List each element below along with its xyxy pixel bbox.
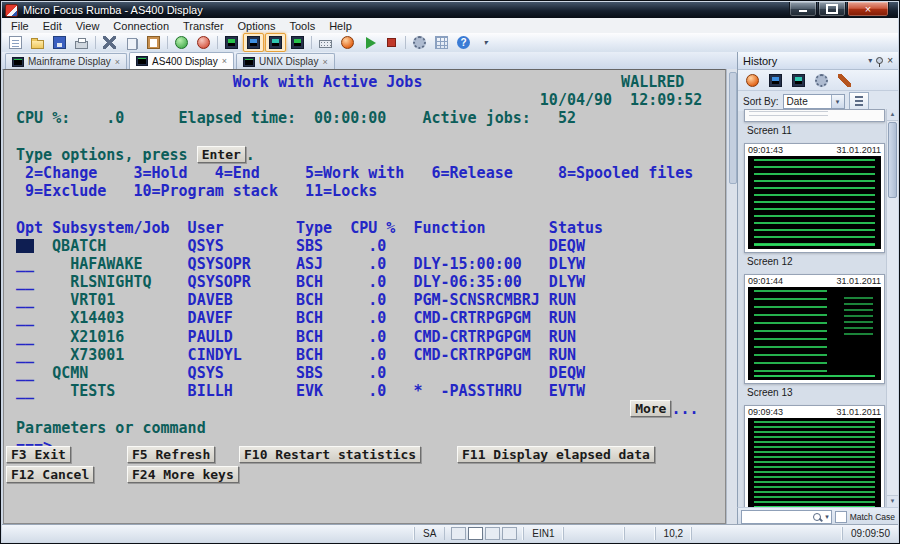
tab-unix-display[interactable]: UNIX Display × [236, 53, 335, 69]
copy-icon [130, 39, 138, 49]
parameters-line: Parameters or command [7, 419, 725, 437]
new-session-button[interactable] [5, 33, 26, 52]
f24-more-keys-hotspot[interactable]: F24 More keys [127, 466, 239, 483]
scrollbar-thumb[interactable] [729, 72, 737, 184]
job-row: __ X73001 CINDYL BCH .0 CMD-CRTRPGPGM RU… [7, 346, 725, 364]
tab-close-icon[interactable]: × [115, 57, 120, 67]
tab-close-icon[interactable]: × [322, 57, 327, 67]
tab-as400-display[interactable]: AS400 Display × [129, 52, 234, 69]
panel-menu-icon[interactable]: ▾ [868, 56, 872, 66]
menu-edit[interactable]: Edit [36, 19, 69, 33]
more-tools-button[interactable] [475, 33, 496, 52]
paste-button[interactable] [143, 33, 164, 52]
menu-transfer[interactable]: Transfer [176, 19, 231, 33]
f10-restart-hotspot[interactable]: F10 Restart statistics [239, 446, 421, 463]
tab-close-icon[interactable]: × [222, 56, 227, 66]
unix-display-button[interactable] [265, 33, 286, 52]
open-session-button[interactable] [27, 33, 48, 52]
panel-close-icon[interactable]: × [887, 56, 893, 66]
pin-icon[interactable] [876, 57, 883, 64]
help-button[interactable] [453, 33, 474, 52]
type-options-line: Type options, press Enter. [7, 146, 725, 164]
capture-button[interactable] [743, 71, 762, 89]
scroll-down-icon[interactable]: ▼ [887, 495, 898, 507]
more-hotspot[interactable]: More [630, 400, 671, 417]
history-scrollbar[interactable]: ▲ ▼ [886, 109, 898, 507]
grid-icon [435, 36, 448, 49]
connect-icon [175, 36, 188, 49]
enter-hotspot[interactable]: Enter [197, 146, 246, 163]
search-box[interactable]: ▾ [741, 510, 832, 524]
annotate-button[interactable] [835, 71, 854, 89]
screen-thumbnail [748, 287, 881, 380]
minimize-button[interactable] [789, 2, 817, 17]
screen-thumbnail [745, 110, 884, 120]
date-time-line: 10/04/90 12:09:52 [7, 91, 725, 109]
macro-stop-button[interactable] [381, 33, 402, 52]
minimize-icon [799, 10, 807, 12]
history-thumbnail[interactable] [744, 109, 885, 122]
save-session-button[interactable] [49, 33, 70, 52]
job-row: __ X21016 PAULD BCH .0 CMD-CRTRPGPGM RUN [7, 328, 725, 346]
cursor-position: 10,2 [655, 527, 691, 540]
job-row: __ TESTS BILLH EVK .0 * -PASSTHRU EVTW [7, 382, 725, 400]
as400-display-button[interactable] [243, 33, 264, 52]
search-input[interactable] [744, 512, 813, 522]
f5-refresh-hotspot[interactable]: F5 Refresh [127, 446, 215, 463]
tab-mainframe-display[interactable]: Mainframe Display × [5, 53, 127, 69]
options-line-2: 9=Exclude 10=Program stack 11=Locks [7, 182, 725, 200]
terminal-screen[interactable]: Work with Active Jobs WALLRED 10/04/90 1… [4, 70, 725, 523]
app-window: Micro Focus Rumba - AS400 Display × File… [0, 0, 900, 544]
copy-button[interactable] [121, 33, 142, 52]
match-case-checkbox[interactable] [835, 511, 847, 523]
history-settings-button[interactable] [812, 71, 831, 89]
scroll-up-icon[interactable]: ▲ [887, 109, 898, 121]
menu-options[interactable]: Options [231, 19, 283, 33]
macro-record-button[interactable] [337, 33, 358, 52]
macro-play-button[interactable] [359, 33, 380, 52]
sort-direction-button[interactable] [849, 92, 869, 110]
f3-exit-hotspot[interactable]: F3 Exit [6, 446, 71, 463]
titlebar: Micro Focus Rumba - AS400 Display × [2, 2, 898, 18]
connect-button[interactable] [171, 33, 192, 52]
settings-button[interactable] [409, 33, 430, 52]
history-thumbnail[interactable]: 09:01:4331.01.2011 [744, 143, 885, 253]
screen-caption: Screen 13 [744, 384, 885, 405]
close-button[interactable]: × [847, 2, 889, 17]
session-tabbar: Mainframe Display × AS400 Display × UNIX… [2, 52, 739, 70]
compare-button[interactable] [789, 71, 808, 89]
maximize-button[interactable] [818, 2, 846, 17]
f11-elapsed-hotspot[interactable]: F11 Display elapsed data [457, 446, 655, 463]
chevron-down-icon [479, 36, 492, 49]
date-time: 10/04/90 12:09:52 [7, 91, 702, 109]
options-line-1: 2=Change 3=Hold 4=End 5=Work with 6=Rele… [7, 164, 725, 182]
scrollbar-thumb[interactable] [888, 122, 897, 198]
menu-file[interactable]: File [4, 19, 36, 33]
tab-label: Mainframe Display [28, 56, 111, 67]
screen-caption: Screen 11 [744, 122, 885, 143]
menu-connection[interactable]: Connection [106, 19, 176, 33]
history-thumbnail[interactable]: 09:09:4331.01.2011 [744, 405, 885, 507]
history-thumbnail[interactable]: 09:01:4431.01.2011 [744, 274, 885, 384]
menu-tools[interactable]: Tools [282, 19, 322, 33]
chevron-down-icon[interactable]: ▾ [825, 513, 829, 521]
job-row: __ HAFAWAKE QSYSOPR ASJ .0 DLY-15:00:00 … [7, 255, 725, 273]
sort-by-select[interactable]: Date ▾ [783, 94, 845, 109]
job-row: __ QCMN QSYS SBS .0 DEQW [7, 364, 725, 382]
history-list: Screen 11 09:01:4331.01.2011 Screen 12 0… [738, 109, 898, 507]
screens-icon [769, 74, 782, 87]
hp-display-button[interactable] [287, 33, 308, 52]
menu-help[interactable]: Help [322, 19, 359, 33]
paste-icon [147, 36, 160, 49]
cut-button[interactable] [99, 33, 120, 52]
disconnect-button[interactable] [193, 33, 214, 52]
keyboard-map-button[interactable] [315, 33, 336, 52]
print-button[interactable] [71, 33, 92, 52]
layout-button[interactable] [431, 33, 452, 52]
screens-button[interactable] [766, 71, 785, 89]
menu-view[interactable]: View [69, 19, 107, 33]
mainframe-display-button[interactable] [221, 33, 242, 52]
tab-label: UNIX Display [259, 56, 318, 67]
f12-cancel-hotspot[interactable]: F12 Cancel [6, 466, 94, 483]
statusbar: SA EIN1 10,2 09:09:50 [2, 524, 898, 542]
